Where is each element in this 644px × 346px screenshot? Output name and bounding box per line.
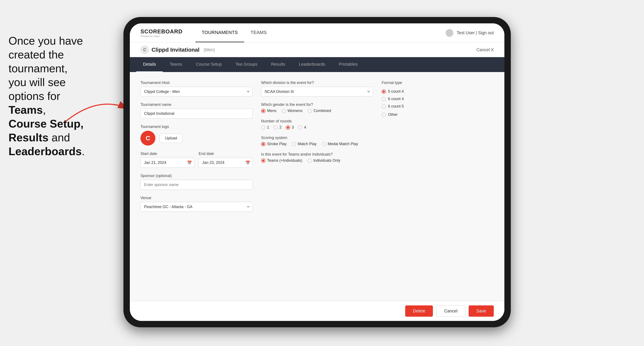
rounds-3-radio[interactable] (286, 125, 290, 130)
format-other[interactable]: Other (382, 112, 494, 117)
app-header: SCOREBOARD Powered by clippd TOURNAMENTS… (130, 23, 504, 42)
sponsor-input[interactable] (140, 180, 252, 190)
teams-plus-individuals-radio[interactable] (261, 159, 266, 163)
upload-button[interactable]: Upload (160, 134, 182, 143)
format-6count5-radio[interactable] (382, 104, 386, 109)
tournament-logo-group: Tournament logo C Upload (140, 125, 252, 146)
tournament-host-select[interactable]: Clippd College - Men (140, 87, 252, 97)
logo-circle: C (140, 131, 155, 146)
venue-group: Venue Peachtree GC - Atlanta - GA (140, 196, 252, 212)
division-label: Which division is the event for? (261, 81, 373, 85)
format-other-radio[interactable] (382, 113, 386, 117)
end-date-input[interactable] (198, 158, 252, 168)
venue-label: Venue (140, 196, 252, 200)
middle-form-section: Which division is the event for? NCAA Di… (261, 81, 373, 292)
gender-group: Which gender is the event for? Mens Wome… (261, 102, 373, 113)
rounds-1-radio[interactable] (261, 125, 266, 130)
tablet-frame: SCOREBOARD Powered by clippd TOURNAMENTS… (124, 17, 511, 327)
rounds-radio-group: 1 2 3 4 (261, 125, 373, 130)
tab-tee-groups[interactable]: Tee Groups (228, 57, 264, 72)
format-6count5[interactable]: 6 count 5 (382, 104, 494, 109)
gender-combined[interactable]: Combined (308, 109, 331, 113)
back-icon: C (144, 48, 146, 52)
format-5count4-radio[interactable] (382, 89, 386, 94)
gender-womens-radio[interactable] (282, 109, 286, 113)
division-group: Which division is the event for? NCAA Di… (261, 81, 373, 97)
tab-leaderboards[interactable]: Leaderboards (292, 57, 332, 72)
rounds-1[interactable]: 1 (261, 125, 269, 130)
scoring-group: Scoring system Stroke Play Match Play (261, 136, 373, 146)
logo-upload-area: C Upload (140, 131, 252, 146)
rounds-3[interactable]: 3 (286, 125, 294, 130)
tab-bar: Details Teams Course Setup Tee Groups Re… (130, 57, 504, 72)
rounds-2-radio[interactable] (274, 125, 278, 130)
tournament-bar: C Clippd Invitational (Men) Cancel X (130, 42, 504, 57)
teams-individuals-label: Is this event for Teams and/or Individua… (261, 152, 373, 157)
scoring-stroke[interactable]: Stroke Play (261, 142, 287, 146)
scoring-medal-match-radio[interactable] (322, 142, 326, 146)
scoring-stroke-radio[interactable] (261, 142, 266, 146)
end-date-label: End date (198, 152, 252, 156)
individuals-only-radio[interactable] (307, 159, 312, 163)
sponsor-group: Sponsor (optional) (140, 174, 252, 190)
tournament-name-label: Tournament name (140, 102, 252, 107)
teams-individuals-group: Is this event for Teams and/or Individua… (261, 152, 373, 163)
format-other-label: Other (388, 112, 398, 117)
footer-bar: Delete Cancel Save (130, 301, 504, 321)
tab-course-setup[interactable]: Course Setup (189, 57, 228, 72)
save-button[interactable]: Save (469, 305, 494, 317)
gender-womens[interactable]: Womens (282, 109, 303, 113)
individuals-only[interactable]: Individuals Only (307, 158, 340, 163)
logo-sub: Powered by clippd (140, 35, 182, 37)
format-6count4[interactable]: 6 count 4 (382, 97, 494, 101)
tournament-name-group: Tournament name (140, 102, 252, 119)
tournament-back[interactable]: C Clippd Invitational (Men) (140, 45, 215, 54)
scoring-medal-match[interactable]: Medal Match Play (322, 142, 358, 146)
gender-combined-radio[interactable] (308, 109, 312, 113)
scoring-match-radio[interactable] (292, 142, 296, 146)
division-select[interactable]: NCAA Division III (261, 87, 373, 97)
format-6count4-radio[interactable] (382, 97, 386, 101)
sponsor-label: Sponsor (optional) (140, 174, 252, 178)
cancel-top-button[interactable]: Cancel X (476, 47, 494, 52)
rounds-4-radio[interactable] (298, 125, 302, 130)
nav-teams[interactable]: TEAMS (244, 23, 273, 42)
start-date-label: Start date (140, 152, 194, 156)
nav-tournaments[interactable]: TOURNAMENTS (195, 23, 244, 42)
user-info[interactable]: Test User | Sign out (457, 30, 494, 35)
gender-label: Which gender is the event for? (261, 102, 373, 107)
gender-mens-radio[interactable] (261, 109, 266, 113)
format-5count4[interactable]: 5 count 4 (382, 89, 494, 94)
rounds-4[interactable]: 4 (298, 125, 306, 130)
main-nav: TOURNAMENTS TEAMS (195, 23, 273, 42)
venue-select[interactable]: Peachtree GC - Atlanta - GA (140, 202, 252, 212)
start-date-input[interactable] (140, 158, 194, 168)
format-options: 5 count 4 6 count 4 6 count 5 Other (382, 89, 494, 117)
tournament-title: Clippd Invitational (152, 46, 200, 53)
right-form-section: Format type 5 count 4 6 count 4 6 count … (382, 81, 494, 292)
format-type-label: Format type (382, 81, 494, 85)
rounds-group: Number of rounds 1 2 3 (261, 119, 373, 130)
cancel-button[interactable]: Cancel (436, 305, 465, 317)
main-content: Tournament Host Clippd College - Men Tou… (130, 72, 504, 301)
delete-button[interactable]: Delete (405, 305, 433, 317)
user-avatar (446, 29, 453, 37)
left-form-section: Tournament Host Clippd College - Men Tou… (140, 81, 252, 292)
end-date-wrap: 📅 (198, 158, 252, 168)
rounds-2[interactable]: 2 (274, 125, 282, 130)
gender-mens[interactable]: Mens (261, 109, 276, 113)
tab-printables[interactable]: Printables (332, 57, 364, 72)
tablet-screen: SCOREBOARD Powered by clippd TOURNAMENTS… (130, 23, 504, 321)
logo-text: SCOREBOARD (140, 28, 182, 35)
tournament-subtitle: (Men) (204, 47, 215, 52)
scoring-match[interactable]: Match Play (292, 142, 317, 146)
tab-results[interactable]: Results (264, 57, 292, 72)
calendar-icon-end: 📅 (246, 161, 250, 165)
back-circle: C (140, 45, 149, 54)
tab-details[interactable]: Details (136, 57, 163, 72)
tournament-name-input[interactable] (140, 109, 252, 119)
teams-plus-individuals[interactable]: Teams (+Individuals) (261, 158, 302, 163)
tab-teams[interactable]: Teams (163, 57, 189, 72)
tournament-host-group: Tournament Host Clippd College - Men (140, 81, 252, 97)
scoring-radio-group: Stroke Play Match Play Medal Match Play (261, 142, 373, 146)
